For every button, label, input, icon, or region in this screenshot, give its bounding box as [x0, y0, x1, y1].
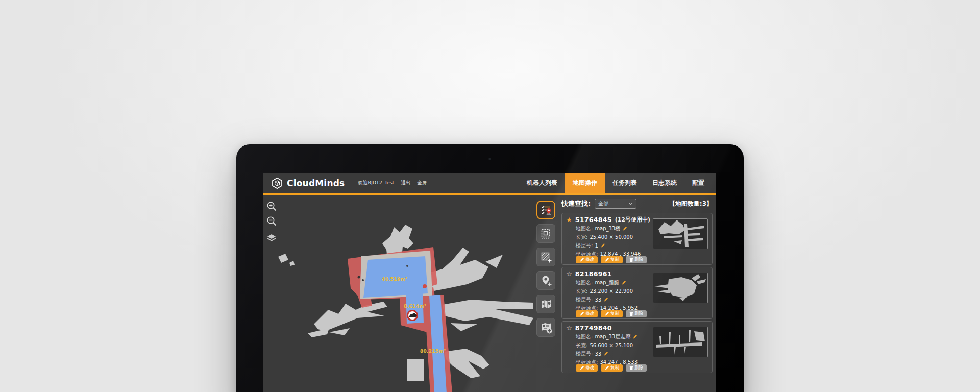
edit-pencil-icon[interactable] [579, 257, 584, 262]
map-dot [358, 276, 360, 279]
field-value: map_33楼 [595, 225, 620, 232]
field-value: 25.400 × 50.000 [590, 234, 633, 240]
map-thumbnail [653, 218, 708, 249]
map-id: 82186961 [575, 270, 612, 278]
edit-pencil-icon[interactable] [579, 311, 584, 316]
delete-button[interactable]: 删除 [626, 256, 647, 263]
nav-tab-3[interactable]: 日志系统 [645, 173, 684, 193]
copy-button[interactable]: 复制 [601, 256, 623, 263]
map-thumbnail [653, 327, 708, 357]
page-background: CloudMinds 欢迎BJDT2_Test 退出 全屏 机器人列表地图操作任… [0, 0, 980, 392]
field-label: 楼层号: [576, 296, 593, 303]
modify-button[interactable]: 修改 [576, 256, 598, 263]
map-edit-toolbar [536, 201, 555, 337]
map-canvas[interactable]: 40.519m² 8.614m² 80.215m² [263, 197, 536, 392]
field-row: 楼层号:1 [576, 241, 641, 250]
map-id: 51764845 [575, 216, 612, 224]
poi-checklist-button[interactable] [536, 201, 555, 219]
map-card-list: ★ 51764845 (12号使用中) 地图名:map_33楼长宽:25.400… [561, 213, 713, 373]
edit-pencil-icon[interactable] [621, 280, 626, 285]
poi-dot [423, 284, 427, 288]
field-row: 长宽:56.600 × 25.100 [576, 341, 638, 350]
app-screen: CloudMinds 欢迎BJDT2_Test 退出 全屏 机器人列表地图操作任… [263, 173, 716, 392]
delete-button[interactable]: 删除 [626, 310, 647, 317]
area-label: 8.614m² [404, 303, 426, 309]
upload-map-button[interactable] [536, 318, 555, 337]
edit-pencil-icon[interactable] [604, 311, 609, 316]
field-row: 长宽:25.400 × 50.000 [576, 233, 641, 242]
chevron-down-icon [628, 202, 633, 205]
welcome-text: 欢迎BJDT2_Test [358, 180, 394, 186]
map-list-panel: 快速查找: 全部 【地图数量:3】 ★ 51764845 (12号使用中) 地图… [561, 197, 713, 392]
map-card: ☆ 87749840 地图名:map_33层走廊长宽:56.600 × 25.1… [561, 321, 713, 373]
map-fields: 地图名:map_腿腿长宽:23.200 × 22.900楼层号:33坐标原点:1… [576, 279, 638, 312]
field-label: 长宽: [576, 234, 587, 241]
edit-pencil-icon[interactable] [603, 351, 608, 356]
quick-find-label: 快速查找: [561, 199, 591, 208]
brand-name: CloudMinds [287, 178, 345, 188]
trash-icon [629, 366, 633, 371]
field-value: map_33层走廊 [595, 333, 630, 340]
app-header: CloudMinds 欢迎BJDT2_Test 退出 全屏 机器人列表地图操作任… [263, 173, 716, 195]
map-card: ★ 51764845 (12号使用中) 地图名:map_33楼长宽:25.400… [561, 213, 713, 265]
add-poi-button[interactable] [536, 271, 555, 290]
card-actions: 修改复制删除 [576, 256, 647, 263]
edit-pencil-icon[interactable] [604, 365, 609, 371]
field-value: 23.200 × 22.900 [590, 288, 633, 294]
edit-pencil-icon[interactable] [632, 334, 638, 339]
field-value: map_腿腿 [595, 279, 619, 286]
layers-button[interactable] [265, 232, 278, 244]
map-card: ☆ 82186961 地图名:map_腿腿长宽:23.200 × 22.900楼… [561, 267, 713, 319]
field-label: 长宽: [576, 342, 587, 349]
select-area-button[interactable] [536, 224, 555, 243]
copy-button[interactable]: 复制 [601, 364, 623, 372]
favorite-star-icon[interactable]: ☆ [566, 271, 572, 277]
favorite-star-icon[interactable]: ★ [566, 216, 572, 223]
map-status: (12号使用中) [615, 216, 650, 224]
favorite-star-icon[interactable]: ☆ [566, 325, 572, 331]
card-header: ☆ 82186961 [566, 270, 615, 278]
map-dot [406, 265, 408, 267]
map-id: 87749840 [575, 324, 612, 332]
map-thumbnail [653, 273, 708, 303]
field-value: 33 [595, 351, 601, 357]
laptop-frame: CloudMinds 欢迎BJDT2_Test 退出 全屏 机器人列表地图操作任… [236, 144, 744, 392]
edit-pencil-icon[interactable] [603, 297, 608, 302]
edit-pencil-icon[interactable] [579, 365, 584, 371]
fullscreen-link[interactable]: 全屏 [417, 180, 427, 186]
nav-tab-1[interactable]: 地图操作 [565, 173, 605, 193]
quick-find-select[interactable]: 全部 [595, 199, 636, 209]
modify-button[interactable]: 修改 [576, 310, 598, 317]
field-label: 地图名: [576, 279, 593, 286]
modify-button[interactable]: 修改 [576, 364, 598, 372]
field-label: 地图名: [576, 333, 593, 340]
delete-button[interactable]: 删除 [626, 364, 647, 372]
edit-pencil-icon[interactable] [622, 226, 627, 231]
zoom-out-button[interactable] [265, 215, 278, 227]
welcome-area: 欢迎BJDT2_Test 退出 全屏 [358, 180, 427, 186]
field-row: 地图名:map_33层走廊 [576, 333, 638, 341]
map-zoom-tools [265, 200, 278, 244]
map-fields: 地图名:map_33层走廊长宽:56.600 × 25.100楼层号:33坐标原… [576, 333, 638, 366]
logout-link[interactable]: 退出 [401, 180, 410, 186]
card-header: ☆ 87749840 [566, 324, 615, 332]
map-marker-button[interactable] [536, 295, 555, 313]
map-thumbnail-image [653, 219, 707, 249]
cloudminds-logo-icon [271, 177, 283, 189]
area-label: 40.519m² [382, 276, 408, 282]
map-thumbnail-image [653, 273, 707, 303]
edit-pencil-icon[interactable] [600, 243, 605, 248]
field-row: 楼层号:33 [576, 296, 638, 304]
brand: CloudMinds [263, 177, 345, 189]
zoom-in-button[interactable] [265, 200, 278, 212]
nav-tab-4[interactable]: 配置 [684, 173, 712, 193]
field-value: 1 [595, 243, 598, 249]
edit-pencil-icon[interactable] [604, 257, 609, 262]
add-region-button[interactable] [536, 248, 555, 266]
copy-button[interactable]: 复制 [601, 310, 623, 317]
nav-tab-0[interactable]: 机器人列表 [519, 173, 565, 193]
nav-tab-2[interactable]: 任务列表 [605, 173, 645, 193]
field-row: 楼层号:33 [576, 350, 638, 358]
robot-marker[interactable] [408, 311, 418, 321]
quick-find-value: 全部 [598, 200, 628, 207]
